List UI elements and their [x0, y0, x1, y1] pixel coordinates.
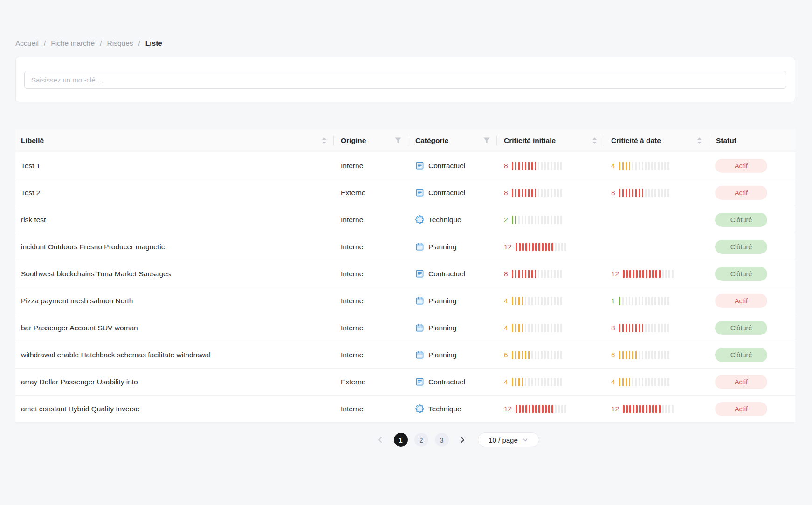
category-label: Technique	[428, 216, 461, 224]
breadcrumb-liste: Liste	[145, 39, 162, 48]
column-header-criticite-initiale[interactable]: Criticité initiale	[496, 129, 604, 152]
cell-libelle: Southwest blockchains Tuna Market Sausag…	[15, 260, 333, 287]
cell-criticite-initiale: 4	[496, 314, 604, 341]
criticity-gauge	[512, 378, 563, 386]
cell-libelle: risk test	[15, 206, 333, 233]
cell-criticite-a-date	[604, 233, 709, 260]
table-row[interactable]: Test 2 Externe Contractuel 8 8 Actif	[15, 179, 795, 206]
criticity-value: 12	[504, 405, 512, 413]
criticity-value: 6	[504, 351, 508, 359]
sort-icon[interactable]	[592, 137, 597, 144]
criticity-value: 4	[504, 378, 508, 386]
cell-criticite-initiale: 8	[496, 152, 604, 179]
table-row[interactable]: Southwest blockchains Tuna Market Sausag…	[15, 260, 795, 287]
criticity-value: 4	[504, 297, 508, 305]
breadcrumb-accueil[interactable]: Accueil	[15, 39, 39, 48]
cell-libelle: Pizza payment mesh salmon North	[15, 287, 333, 314]
calendar-icon	[415, 296, 424, 305]
cell-libelle: withdrawal enable Hatchback schemas faci…	[15, 341, 333, 368]
contract-icon	[415, 377, 424, 386]
table-row[interactable]: withdrawal enable Hatchback schemas faci…	[15, 341, 795, 369]
table-row[interactable]: Pizza payment mesh salmon North Interne …	[15, 287, 795, 314]
table-row[interactable]: bar Passenger Account SUV woman Interne …	[15, 314, 795, 341]
breadcrumb-separator: /	[44, 39, 46, 48]
cell-criticite-initiale: 4	[496, 287, 604, 314]
cell-origine: Interne	[333, 314, 408, 341]
status-badge: Clôturé	[715, 213, 767, 227]
status-badge: Actif	[715, 402, 767, 416]
table-row[interactable]: incidunt Outdoors Fresno Producer magnet…	[15, 233, 795, 260]
cell-statut: Clôturé	[709, 206, 795, 233]
cell-statut: Actif	[709, 287, 795, 314]
cell-statut: Clôturé	[709, 260, 795, 287]
cell-categorie: Contractuel	[408, 260, 496, 287]
criticity-gauge	[512, 189, 563, 197]
breadcrumb-separator: /	[138, 39, 140, 48]
cell-criticite-initiale: 4	[496, 369, 604, 395]
column-header-libelle[interactable]: Libellé	[15, 129, 333, 152]
criticity-value: 12	[611, 270, 619, 278]
cell-libelle: Test 2	[15, 179, 333, 206]
table-row[interactable]: risk test Interne Technique 2 Clôturé	[15, 206, 795, 233]
chevron-right-icon	[459, 437, 466, 443]
cell-libelle: incidunt Outdoors Fresno Producer magnet…	[15, 233, 333, 260]
table-row[interactable]: array Dollar Passenger Usability into Ex…	[15, 369, 795, 396]
gear-icon	[415, 215, 424, 224]
criticity-gauge	[512, 270, 563, 278]
criticity-value: 8	[504, 162, 508, 170]
cell-categorie: Planning	[408, 233, 496, 260]
category-label: Contractuel	[428, 189, 465, 197]
table-row[interactable]: amet constant Hybrid Quality Inverse Int…	[15, 396, 795, 423]
cell-origine: Interne	[333, 396, 408, 422]
criticity-gauge	[619, 324, 670, 332]
filter-icon[interactable]	[483, 137, 490, 144]
criticity-gauge	[512, 324, 563, 332]
column-header-statut[interactable]: Statut	[709, 129, 795, 152]
cell-statut: Clôturé	[709, 233, 795, 260]
filter-icon[interactable]	[395, 137, 401, 144]
search-input[interactable]	[24, 71, 786, 89]
breadcrumb-risques[interactable]: Risques	[107, 39, 133, 48]
page-size-select[interactable]: 10 / page	[478, 432, 539, 447]
cell-criticite-initiale: 12	[496, 396, 604, 422]
cell-origine: Interne	[333, 206, 408, 233]
cell-statut: Actif	[709, 396, 795, 422]
criticity-gauge	[623, 270, 674, 278]
breadcrumb: Accueil / Fiche marché / Risques / Liste	[15, 39, 162, 48]
cell-statut: Actif	[709, 179, 795, 206]
gear-icon	[415, 404, 424, 413]
pagination-page-3[interactable]: 3	[435, 433, 449, 447]
cell-criticite-a-date: 1	[604, 287, 709, 314]
cell-categorie: Planning	[408, 314, 496, 341]
column-header-origine[interactable]: Origine	[333, 129, 408, 152]
breadcrumb-fiche-marche[interactable]: Fiche marché	[51, 39, 95, 48]
category-label: Technique	[428, 405, 461, 413]
calendar-icon	[415, 350, 424, 359]
risks-table: Libellé Origine Catégorie Criticité init…	[15, 129, 795, 423]
category-label: Planning	[428, 243, 456, 251]
sort-icon[interactable]	[697, 137, 702, 144]
breadcrumb-separator: /	[100, 39, 102, 48]
pagination-page-2[interactable]: 2	[414, 433, 428, 447]
cell-libelle: array Dollar Passenger Usability into	[15, 369, 333, 395]
pagination-next-button[interactable]	[455, 433, 469, 447]
criticity-value: 12	[611, 405, 619, 413]
status-badge: Actif	[715, 294, 767, 308]
pagination-page-1[interactable]: 1	[394, 433, 408, 447]
cell-statut: Actif	[709, 369, 795, 395]
pagination-prev-button[interactable]	[373, 433, 387, 447]
table-row[interactable]: Test 1 Interne Contractuel 8 4 Actif	[15, 152, 795, 179]
cell-criticite-a-date: 8	[604, 314, 709, 341]
status-badge: Actif	[715, 186, 767, 200]
criticity-gauge	[619, 189, 670, 197]
chevron-left-icon	[377, 437, 384, 443]
table-header: Libellé Origine Catégorie Criticité init…	[15, 129, 795, 152]
category-label: Planning	[428, 297, 456, 305]
sort-icon[interactable]	[322, 137, 327, 144]
column-header-criticite-a-date[interactable]: Criticité à date	[604, 129, 709, 152]
cell-criticite-initiale: 2	[496, 206, 604, 233]
column-header-categorie[interactable]: Catégorie	[408, 129, 496, 152]
cell-origine: Interne	[333, 233, 408, 260]
cell-criticite-a-date: 4	[604, 152, 709, 179]
status-badge: Actif	[715, 375, 767, 389]
